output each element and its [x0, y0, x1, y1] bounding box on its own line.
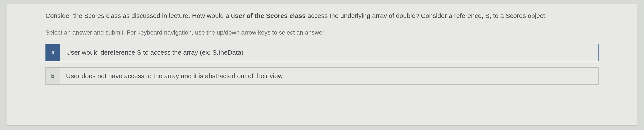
question-text: Consider the Scores class as discussed i… — [46, 11, 598, 20]
option-text-a: User would dereference S to access the a… — [60, 44, 598, 61]
question-part2: access the underlying array of double? C… — [306, 12, 547, 19]
content-wrapper: Consider the Scores class as discussed i… — [6, 11, 638, 85]
option-b[interactable]: b User does not have access to the array… — [46, 67, 598, 85]
quiz-card: Consider the Scores class as discussed i… — [6, 4, 638, 125]
option-key-a: a — [46, 44, 60, 61]
option-text-b: User does not have access to the array a… — [60, 68, 598, 84]
options-container: a User would dereference S to access the… — [46, 44, 598, 85]
option-key-b: b — [46, 68, 60, 84]
question-part1: Consider the Scores class as discussed i… — [46, 12, 231, 19]
question-bold: user of the Scores class — [231, 12, 306, 19]
option-a[interactable]: a User would dereference S to access the… — [46, 44, 598, 61]
instruction-text: Select an answer and submit. For keyboar… — [46, 29, 598, 36]
